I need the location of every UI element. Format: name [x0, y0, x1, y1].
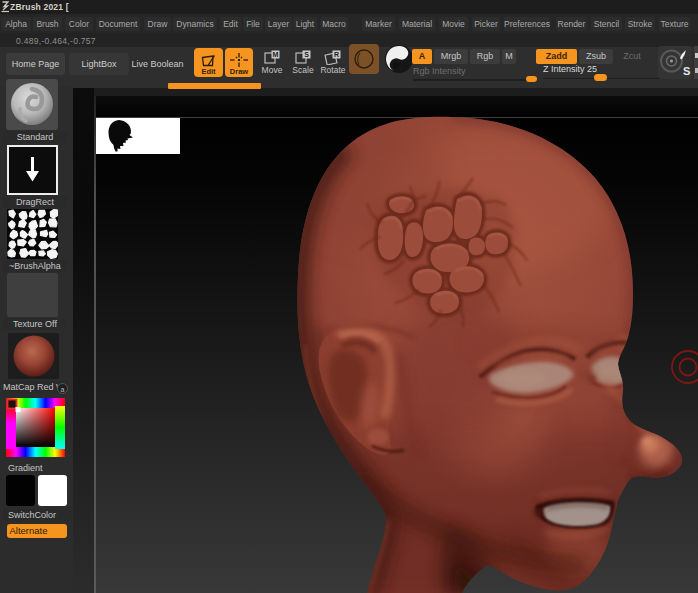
svg-text:S: S [683, 65, 690, 77]
svg-text:R: R [334, 51, 339, 58]
svg-text:M: M [273, 51, 279, 58]
svg-text:S: S [304, 51, 309, 58]
